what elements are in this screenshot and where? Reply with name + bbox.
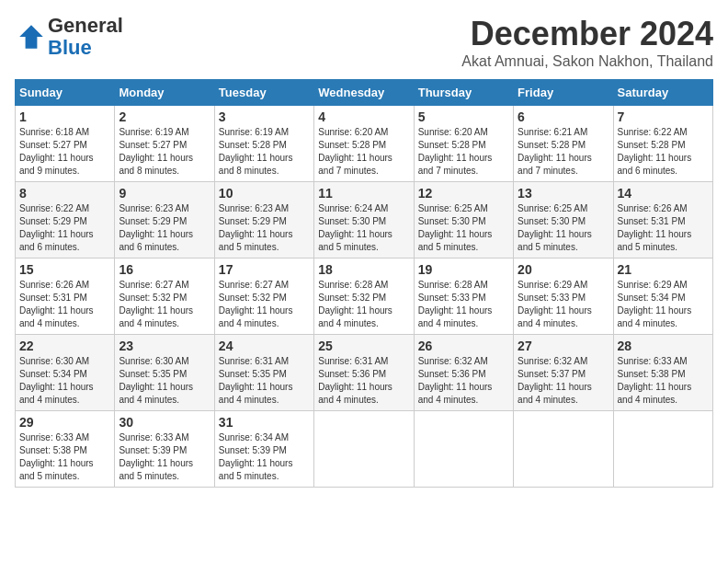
- day-info: Sunrise: 6:20 AM Sunset: 5:28 PM Dayligh…: [318, 126, 409, 178]
- day-info: Sunrise: 6:21 AM Sunset: 5:28 PM Dayligh…: [518, 126, 609, 178]
- location-title: Akat Amnuai, Sakon Nakhon, Thailand: [461, 53, 713, 70]
- day-info: Sunrise: 6:25 AM Sunset: 5:30 PM Dayligh…: [418, 202, 509, 254]
- day-number: 28: [618, 339, 709, 353]
- day-info: Sunrise: 6:32 AM Sunset: 5:36 PM Dayligh…: [418, 355, 509, 407]
- table-row: 24 Sunrise: 6:31 AM Sunset: 5:35 PM Dayl…: [214, 335, 313, 411]
- day-number: 18: [318, 262, 409, 277]
- calendar-row: 15 Sunrise: 6:26 AM Sunset: 5:31 PM Dayl…: [16, 259, 713, 335]
- day-info: Sunrise: 6:26 AM Sunset: 5:31 PM Dayligh…: [19, 279, 110, 330]
- logo-general: General: [48, 14, 123, 37]
- day-number: 25: [318, 339, 409, 353]
- table-row: 26 Sunrise: 6:32 AM Sunset: 5:36 PM Dayl…: [414, 335, 513, 411]
- title-block: December 2024 Akat Amnuai, Sakon Nakhon,…: [461, 15, 713, 70]
- table-row: 15 Sunrise: 6:26 AM Sunset: 5:31 PM Dayl…: [16, 259, 115, 335]
- table-row: 11 Sunrise: 6:24 AM Sunset: 5:30 PM Dayl…: [314, 182, 414, 259]
- header-row: Sunday Monday Tuesday Wednesday Thursday…: [16, 80, 713, 106]
- day-number: 9: [119, 186, 210, 201]
- day-info: Sunrise: 6:29 AM Sunset: 5:33 PM Dayligh…: [518, 279, 609, 330]
- table-row: [314, 411, 414, 488]
- day-info: Sunrise: 6:33 AM Sunset: 5:39 PM Dayligh…: [119, 431, 210, 483]
- day-info: Sunrise: 6:19 AM Sunset: 5:28 PM Dayligh…: [219, 126, 310, 178]
- logo-blue: Blue: [48, 36, 92, 59]
- day-number: 1: [19, 109, 110, 124]
- table-row: 23 Sunrise: 6:30 AM Sunset: 5:35 PM Dayl…: [115, 335, 214, 411]
- day-info: Sunrise: 6:25 AM Sunset: 5:30 PM Dayligh…: [518, 202, 609, 254]
- table-row: 27 Sunrise: 6:32 AM Sunset: 5:37 PM Dayl…: [514, 335, 613, 411]
- day-number: 17: [219, 262, 310, 277]
- col-saturday: Saturday: [613, 80, 712, 106]
- day-number: 10: [219, 186, 310, 201]
- calendar-row: 29 Sunrise: 6:33 AM Sunset: 5:38 PM Dayl…: [16, 411, 713, 488]
- table-row: 12 Sunrise: 6:25 AM Sunset: 5:30 PM Dayl…: [414, 182, 513, 259]
- day-info: Sunrise: 6:28 AM Sunset: 5:33 PM Dayligh…: [418, 279, 509, 330]
- table-row: 9 Sunrise: 6:23 AM Sunset: 5:29 PM Dayli…: [115, 182, 214, 259]
- table-row: 29 Sunrise: 6:33 AM Sunset: 5:38 PM Dayl…: [16, 411, 115, 488]
- day-number: 22: [19, 339, 110, 353]
- table-row: 21 Sunrise: 6:29 AM Sunset: 5:34 PM Dayl…: [613, 259, 712, 335]
- table-row: 6 Sunrise: 6:21 AM Sunset: 5:28 PM Dayli…: [514, 106, 613, 182]
- logo-icon: [17, 22, 46, 52]
- day-info: Sunrise: 6:22 AM Sunset: 5:29 PM Dayligh…: [19, 202, 110, 254]
- table-row: 30 Sunrise: 6:33 AM Sunset: 5:39 PM Dayl…: [115, 411, 214, 488]
- day-info: Sunrise: 6:18 AM Sunset: 5:27 PM Dayligh…: [19, 126, 110, 178]
- table-row: 25 Sunrise: 6:31 AM Sunset: 5:36 PM Dayl…: [314, 335, 414, 411]
- day-number: 26: [418, 339, 509, 353]
- table-row: 16 Sunrise: 6:27 AM Sunset: 5:32 PM Dayl…: [115, 259, 214, 335]
- day-info: Sunrise: 6:31 AM Sunset: 5:36 PM Dayligh…: [318, 355, 409, 407]
- day-number: 11: [318, 186, 409, 201]
- calendar-table: Sunday Monday Tuesday Wednesday Thursday…: [15, 79, 713, 488]
- day-info: Sunrise: 6:33 AM Sunset: 5:38 PM Dayligh…: [19, 431, 110, 483]
- day-info: Sunrise: 6:24 AM Sunset: 5:30 PM Dayligh…: [318, 202, 409, 254]
- day-number: 13: [518, 186, 609, 201]
- col-friday: Friday: [514, 80, 613, 106]
- day-info: Sunrise: 6:34 AM Sunset: 5:39 PM Dayligh…: [219, 431, 310, 483]
- day-number: 4: [318, 109, 409, 124]
- day-number: 29: [19, 415, 110, 430]
- table-row: 3 Sunrise: 6:19 AM Sunset: 5:28 PM Dayli…: [214, 106, 313, 182]
- table-row: [514, 411, 613, 488]
- calendar-row: 8 Sunrise: 6:22 AM Sunset: 5:29 PM Dayli…: [16, 182, 713, 259]
- day-info: Sunrise: 6:31 AM Sunset: 5:35 PM Dayligh…: [219, 355, 310, 407]
- svg-marker-0: [19, 25, 43, 49]
- day-number: 3: [219, 109, 310, 124]
- table-row: 22 Sunrise: 6:30 AM Sunset: 5:34 PM Dayl…: [16, 335, 115, 411]
- table-row: [414, 411, 513, 488]
- day-info: Sunrise: 6:30 AM Sunset: 5:35 PM Dayligh…: [119, 355, 210, 407]
- day-info: Sunrise: 6:23 AM Sunset: 5:29 PM Dayligh…: [119, 202, 210, 254]
- day-info: Sunrise: 6:28 AM Sunset: 5:32 PM Dayligh…: [318, 279, 409, 330]
- page-header: General Blue December 2024 Akat Amnuai, …: [15, 15, 713, 70]
- day-info: Sunrise: 6:32 AM Sunset: 5:37 PM Dayligh…: [518, 355, 609, 407]
- day-info: Sunrise: 6:27 AM Sunset: 5:32 PM Dayligh…: [119, 279, 210, 330]
- col-sunday: Sunday: [16, 80, 115, 106]
- day-info: Sunrise: 6:20 AM Sunset: 5:28 PM Dayligh…: [418, 126, 509, 178]
- table-row: 10 Sunrise: 6:23 AM Sunset: 5:29 PM Dayl…: [214, 182, 313, 259]
- table-row: 18 Sunrise: 6:28 AM Sunset: 5:32 PM Dayl…: [314, 259, 414, 335]
- table-row: 2 Sunrise: 6:19 AM Sunset: 5:27 PM Dayli…: [115, 106, 214, 182]
- col-monday: Monday: [115, 80, 214, 106]
- day-number: 30: [119, 415, 210, 430]
- logo-text: General Blue: [48, 15, 123, 59]
- day-number: 5: [418, 109, 509, 124]
- day-number: 31: [219, 415, 310, 430]
- day-number: 24: [219, 339, 310, 353]
- day-info: Sunrise: 6:33 AM Sunset: 5:38 PM Dayligh…: [618, 355, 709, 407]
- calendar-row: 1 Sunrise: 6:18 AM Sunset: 5:27 PM Dayli…: [16, 106, 713, 182]
- day-number: 20: [518, 262, 609, 277]
- table-row: 4 Sunrise: 6:20 AM Sunset: 5:28 PM Dayli…: [314, 106, 414, 182]
- day-info: Sunrise: 6:30 AM Sunset: 5:34 PM Dayligh…: [19, 355, 110, 407]
- day-info: Sunrise: 6:27 AM Sunset: 5:32 PM Dayligh…: [219, 279, 310, 330]
- day-number: 14: [618, 186, 709, 201]
- table-row: [613, 411, 712, 488]
- table-row: 17 Sunrise: 6:27 AM Sunset: 5:32 PM Dayl…: [214, 259, 313, 335]
- day-number: 16: [119, 262, 210, 277]
- day-number: 12: [418, 186, 509, 201]
- table-row: 14 Sunrise: 6:26 AM Sunset: 5:31 PM Dayl…: [613, 182, 712, 259]
- col-thursday: Thursday: [414, 80, 513, 106]
- table-row: 31 Sunrise: 6:34 AM Sunset: 5:39 PM Dayl…: [214, 411, 313, 488]
- col-wednesday: Wednesday: [314, 80, 414, 106]
- table-row: 28 Sunrise: 6:33 AM Sunset: 5:38 PM Dayl…: [613, 335, 712, 411]
- day-number: 8: [19, 186, 110, 201]
- table-row: 20 Sunrise: 6:29 AM Sunset: 5:33 PM Dayl…: [514, 259, 613, 335]
- day-number: 27: [518, 339, 609, 353]
- day-number: 19: [418, 262, 509, 277]
